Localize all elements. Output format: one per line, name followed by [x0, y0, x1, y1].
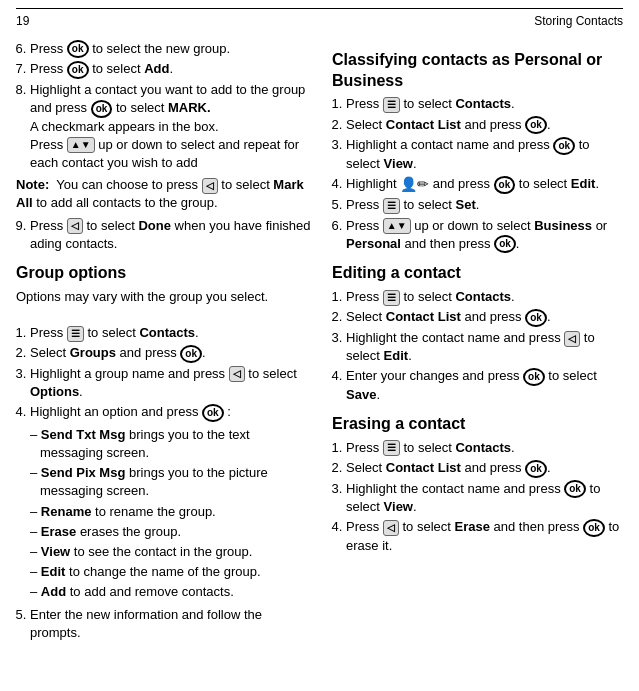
ok-icon-cl3: ok [553, 137, 575, 155]
list-item-9-wrap: Press ◁ to select Done when you have fin… [30, 217, 316, 253]
ed-item-2: Select Contact List and press ok. [346, 308, 623, 327]
ed-item-1: Press ☰ to select Contacts. [346, 288, 623, 306]
nav-icon-9: ◁ [67, 218, 83, 234]
cl-item-2: Select Contact List and press ok. [346, 116, 623, 135]
ok-icon-er3: ok [564, 480, 586, 498]
cl-item-1: Press ☰ to select Contacts. [346, 95, 623, 113]
right-column: Classifying contacts as Personal or Busi… [332, 40, 623, 646]
page: 19 Storing Contacts Press ok to select t… [0, 0, 639, 654]
go-item-2: Select Groups and press ok. [30, 344, 316, 363]
cl-item-5: Press ☰ to select Set. [346, 196, 623, 214]
dash-item-rename: Rename to rename the group. [30, 503, 316, 521]
dash-item-edit: Edit to change the name of the group. [30, 563, 316, 581]
er-item-4: Press ◁ to select Erase and then press o… [346, 518, 623, 555]
go-item-3: Highlight a group name and press ◁ to se… [30, 365, 316, 401]
ed-item-3: Highlight the contact name and press ◁ t… [346, 329, 623, 365]
list-item-8: Highlight a contact you want to add to t… [30, 81, 316, 172]
ok-icon-7: ok [67, 61, 89, 79]
left-column: Press ok to select the new group. Press … [16, 40, 316, 646]
go-item-5-wrap: Enter the new information and follow the… [30, 606, 316, 642]
continued-list: Press ok to select the new group. Press … [30, 40, 316, 172]
er-item-3: Highlight the contact name and press ok … [346, 480, 623, 517]
content-columns: Press ok to select the new group. Press … [16, 40, 623, 646]
cl-item-4: Highlight 👤✏ and press ok to select Edit… [346, 175, 623, 195]
ok-icon-ed2: ok [525, 309, 547, 327]
contacts-icon-er1: ☰ [383, 440, 400, 456]
nav-icon-note: ◁ [202, 178, 218, 194]
list-item-7: Press ok to select Add. [30, 60, 316, 79]
list-item-6: Press ok to select the new group. [30, 40, 316, 59]
group-options-dash-list: Send Txt Msg brings you to the text mess… [30, 426, 316, 602]
ok-icon-er2: ok [525, 460, 547, 478]
dash-item-sendpix: Send Pix Msg brings you to the picture m… [30, 464, 316, 500]
updown-icon-8: ▲▼ [67, 137, 95, 153]
go-item-4: Highlight an option and press ok : [30, 403, 316, 422]
er-item-2: Select Contact List and press ok. [346, 459, 623, 478]
dash-item-sendtxt: Send Txt Msg brings you to the text mess… [30, 426, 316, 462]
group-options-intro: Options may vary with the group you sele… [16, 288, 316, 306]
section-title: Storing Contacts [534, 13, 623, 30]
er-item-1: Press ☰ to select Contacts. [346, 439, 623, 457]
dash-item-add: Add to add and remove contacts. [30, 583, 316, 601]
ok-icon-ed4: ok [523, 368, 545, 386]
nav-icon-go3: ◁ [229, 366, 245, 382]
editing-list: Press ☰ to select Contacts. Select Conta… [346, 288, 623, 404]
erasing-heading: Erasing a contact [332, 414, 623, 435]
group-options-heading: Group options [16, 263, 316, 284]
nav-icon-ed3: ◁ [564, 331, 580, 347]
ok-icon-go4: ok [202, 404, 224, 422]
ok-icon-cl2: ok [525, 116, 547, 134]
go-item-5: Enter the new information and follow the… [30, 606, 316, 642]
erasing-list: Press ☰ to select Contacts. Select Conta… [346, 439, 623, 555]
updown-icon-cl6: ▲▼ [383, 218, 411, 234]
nav-icon-er4: ◁ [383, 520, 399, 536]
contacts-icon-go1: ☰ [67, 326, 84, 342]
note-label: Note: [16, 177, 49, 192]
contacts-icon-cl5: ☰ [383, 198, 400, 214]
contacts-icon-ed1: ☰ [383, 290, 400, 306]
ok-icon-cl4: ok [494, 176, 516, 194]
edit-person-icon-cl4: 👤✏ [400, 175, 429, 195]
ok-icon-go2: ok [180, 345, 202, 363]
editing-heading: Editing a contact [332, 263, 623, 284]
classifying-list: Press ☰ to select Contacts. Select Conta… [346, 95, 623, 253]
classifying-heading: Classifying contacts as Personal or Busi… [332, 50, 623, 92]
ok-icon-er4: ok [583, 519, 605, 537]
list-item-9: Press ◁ to select Done when you have fin… [30, 217, 316, 253]
footer: 19 Storing Contacts [16, 8, 623, 34]
page-number: 19 [16, 13, 29, 30]
contacts-icon-cl1: ☰ [383, 97, 400, 113]
ed-item-4: Enter your changes and press ok to selec… [346, 367, 623, 404]
group-options-list: Press ☰ to select Contacts. Select Group… [30, 324, 316, 422]
note-mark-all: Note: You can choose to press ◁ to selec… [16, 176, 316, 212]
dash-item-erase: Erase erases the group. [30, 523, 316, 541]
ok-icon-8: ok [91, 100, 113, 118]
ok-icon-6: ok [67, 40, 89, 58]
dash-item-view: View to see the contact in the group. [30, 543, 316, 561]
go-item-1: Press ☰ to select Contacts. [30, 324, 316, 342]
ok-icon-cl6: ok [494, 235, 516, 253]
cl-item-3: Highlight a contact name and press ok to… [346, 136, 623, 173]
cl-item-6: Press ▲▼ up or down to select Business o… [346, 217, 623, 254]
